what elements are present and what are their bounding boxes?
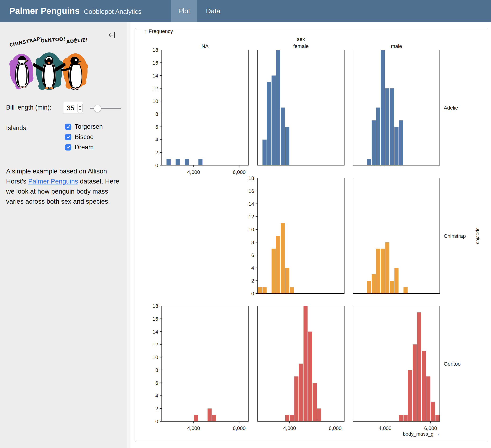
y-tick-label: 12 [248, 214, 254, 219]
x-tick-label: 6,000 [233, 425, 246, 431]
biscoe-label[interactable]: Biscoe [75, 133, 94, 141]
histogram-bar [276, 236, 280, 294]
check-icon [66, 145, 71, 150]
histogram-bar [317, 409, 321, 421]
histogram-bar [404, 415, 407, 421]
y-axis-title: ↑ Frequency [145, 28, 173, 34]
histogram-bar [376, 108, 380, 165]
stepper-down-icon [78, 108, 82, 110]
sidebar-collapse-button[interactable] [107, 30, 117, 40]
sidebar-scrollbar[interactable] [127, 22, 130, 448]
adelie-label: ADÉLIE! [66, 37, 88, 45]
x-axis-title: body_mass_g → [403, 431, 440, 437]
histogram-bar [166, 159, 170, 165]
palmer-penguins-link[interactable]: Palmer Penguins [28, 178, 78, 185]
histogram-bar [308, 332, 312, 421]
bill-length-input[interactable] [66, 104, 77, 112]
nav-tabs: Plot Data [171, 0, 227, 22]
histogram-bar [185, 159, 189, 165]
histogram-bar [285, 268, 289, 294]
row-header-Adelie: Adelie [444, 105, 458, 111]
app-window: Palmer Penguins Cobblepot Analytics Plot… [0, 0, 491, 448]
histogram-bar [422, 351, 426, 421]
biscoe-checkbox[interactable] [65, 134, 71, 140]
histogram-bar [385, 242, 389, 294]
histogram-bar [299, 364, 303, 421]
histogram-bar [404, 287, 407, 294]
collapse-left-icon [108, 31, 116, 39]
check-icon [66, 124, 71, 129]
dream-label[interactable]: Dream [75, 144, 94, 151]
torgersen-label[interactable]: Torgersen [75, 123, 103, 130]
histogram-bar [372, 274, 376, 294]
col-header-NA: NA [201, 43, 209, 49]
y-tick-label: 4 [155, 393, 158, 399]
y-tick-label: 14 [153, 73, 158, 79]
penguins-artwork-image: CHINSTRAP! GENTOO! ADÉLIE! [7, 36, 91, 92]
histogram-bar [285, 127, 289, 165]
y-tick-label: 10 [248, 227, 254, 232]
histogram-bar [381, 248, 385, 294]
y-tick-label: 12 [153, 342, 158, 347]
histogram-bar [372, 120, 376, 165]
bill-length-input-box [63, 102, 83, 114]
y-tick-label: 4 [251, 265, 254, 271]
plot-card: ↑ FrequencysexNAfemalemale02468101214161… [135, 28, 488, 442]
stepper-up-icon [78, 105, 82, 108]
histogram-bar [290, 287, 294, 294]
tab-data[interactable]: Data [199, 0, 227, 22]
histogram-bar [303, 306, 308, 421]
island-option-dream: Dream [65, 143, 94, 151]
y-tick-label: 4 [155, 137, 158, 143]
histogram-bar [413, 344, 416, 421]
histogram-bar [390, 281, 394, 294]
x-tick-label: 6,000 [329, 425, 342, 431]
slider-thumb[interactable] [94, 105, 101, 112]
y-tick-label: 16 [153, 316, 158, 322]
y-tick-label: 16 [153, 60, 158, 66]
y-tick-label: 0 [155, 162, 158, 168]
x-tick-label: 4,000 [283, 425, 296, 431]
histogram-bar [262, 140, 266, 165]
x-tick-label: 4,000 [379, 425, 392, 431]
x-tick-label: 6,000 [424, 425, 437, 431]
histogram-bar [431, 402, 435, 421]
histogram-bar [272, 248, 275, 294]
y-tick-label: 14 [248, 201, 254, 207]
histogram-bar [290, 415, 294, 421]
x-tick-label: 6,000 [233, 169, 246, 175]
y-tick-label: 2 [251, 278, 254, 284]
y-tick-label: 6 [251, 252, 254, 258]
facet-row-title: species [476, 228, 481, 244]
histogram-bar [262, 287, 266, 294]
y-tick-label: 2 [155, 150, 158, 155]
histogram-bar [399, 415, 403, 421]
histogram-bar [281, 108, 284, 165]
histogram-bar [212, 415, 216, 421]
x-tick-label: 4,000 [187, 425, 200, 431]
y-tick-label: 10 [153, 354, 158, 360]
row-header-Chinstrap: Chinstrap [444, 233, 466, 239]
torgersen-checkbox[interactable] [65, 124, 71, 130]
histogram-bar [385, 88, 389, 165]
facet-panel-bg-Chinstrap-female [258, 178, 344, 294]
histogram-bar [417, 312, 421, 421]
dream-checkbox[interactable] [65, 144, 71, 151]
app-subtitle: Cobblepot Analytics [84, 8, 141, 15]
histogram-bar [285, 415, 289, 421]
histogram-bar [394, 127, 398, 165]
histogram-bar [198, 159, 202, 165]
faceted-histogram-plot: ↑ FrequencysexNAfemalemale02468101214161… [135, 28, 488, 442]
tab-plot[interactable]: Plot [171, 0, 197, 22]
bill-length-stepper[interactable] [77, 103, 83, 113]
facet-panel-bg-Adelie-NA [162, 50, 248, 165]
histogram-bar [276, 50, 280, 165]
histogram-bar [367, 159, 371, 165]
histogram-bar [313, 383, 317, 421]
y-tick-label: 6 [155, 124, 158, 130]
y-tick-label: 6 [155, 380, 158, 386]
page-scrollbar[interactable] [490, 22, 490, 448]
chinstrap-label: CHINSTRAP! [9, 36, 43, 48]
histogram-bar [281, 223, 284, 294]
description-text: A simple example based on Allison Horst’… [6, 166, 120, 206]
